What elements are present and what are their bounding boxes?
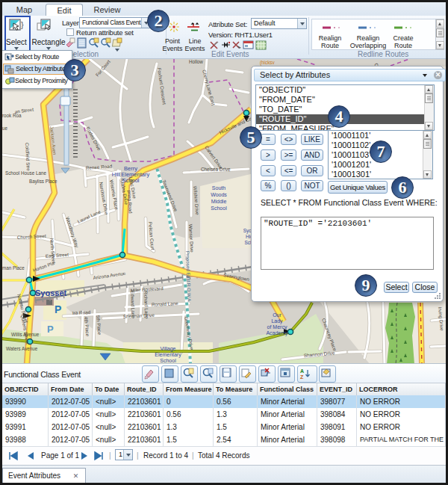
svg-text:Willis Avenue: Willis Avenue (11, 332, 40, 337)
svg-text:P: P (47, 324, 54, 335)
svg-text:Waters Avenue: Waters Avenue (6, 346, 38, 351)
svg-text:Middle: Middle (211, 199, 227, 204)
svg-text:Lady: Lady (271, 318, 283, 324)
svg-text:School House Lane: School House Lane (5, 170, 46, 176)
svg-text:Syosset: Syosset (35, 288, 67, 297)
svg-text:A: A (300, 368, 304, 374)
svg-text:Village: Village (161, 346, 176, 352)
svg-text:Hollow: Hollow (189, 59, 203, 64)
svg-text:School: School (160, 358, 176, 363)
svg-text:}: } (21, 20, 24, 29)
svg-text:man Place: man Place (2, 265, 25, 271)
svg-text:Our: Our (273, 312, 281, 318)
svg-text:(hicksv: (hicksv (260, 60, 275, 66)
svg-text:School: School (211, 206, 227, 211)
svg-text:of Mercy: of Mercy (267, 324, 287, 330)
svg-text:South: South (212, 185, 225, 191)
svg-text:Ira Road: Ira Road (72, 309, 91, 315)
svg-text:Woods: Woods (211, 192, 227, 197)
svg-text:Chelsea Drive: Chelsea Drive (201, 167, 231, 172)
svg-text:Bayliss Place: Bayliss Place (29, 179, 57, 185)
svg-text:ue: ue (2, 126, 8, 131)
svg-text:Elementary: Elementary (155, 352, 181, 358)
svg-text:rook Roa: rook Roa (2, 113, 22, 118)
svg-text:P: P (55, 303, 61, 315)
svg-text:Academy: Academy (266, 330, 288, 336)
svg-text:Z: Z (300, 374, 304, 380)
